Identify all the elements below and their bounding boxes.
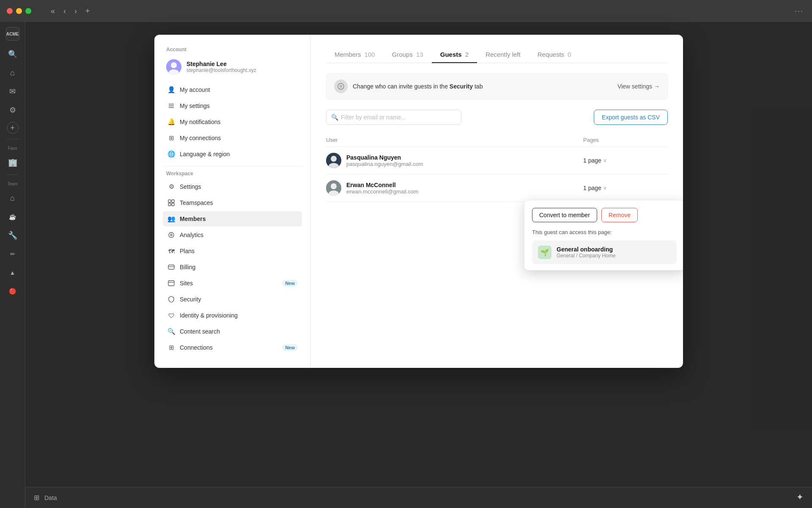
connections-new-badge: New (282, 344, 298, 351)
info-banner-text: Change who can invite guests in the Secu… (353, 83, 483, 90)
sidebar-fire-icon[interactable]: 🔴 (4, 283, 21, 300)
tab-guests-label: Guests (440, 51, 462, 58)
sidebar-item-billing[interactable]: Billing (163, 260, 302, 275)
sidebar-item-members[interactable]: 👥 Members (163, 211, 302, 226)
sidebar-inbox-icon[interactable]: ✉ (4, 83, 21, 100)
col-pages-header: Pages (583, 137, 668, 143)
sidebar-item-teamspaces[interactable]: Teamspaces (163, 195, 302, 210)
sidebar-home3-icon[interactable]: ⌂ (4, 190, 21, 207)
row-user-info: Pasqualina Nguyen pasqualina.nguyen@gmai… (346, 154, 423, 167)
table-header: User Pages (326, 133, 668, 147)
my-connections-label: My connections (180, 135, 298, 141)
content-search-label: Content search (180, 328, 298, 335)
sidebar-workspace-icon[interactable]: 🏢 (4, 154, 21, 171)
sidebar-item-settings[interactable]: ⚙ Settings (163, 179, 302, 194)
sidebar-chart-icon[interactable]: ▲ (4, 264, 21, 281)
info-banner-bold: Security (450, 83, 473, 90)
user-email: stephanie@toolsforthought.xyz (187, 67, 256, 73)
sidebar-search-icon[interactable]: 🔍 (4, 46, 21, 63)
sidebar-item-my-account[interactable]: 👤 My account (163, 82, 302, 97)
view-settings-link[interactable]: View settings → (617, 83, 660, 90)
sparkle-icon: ✦ (796, 492, 804, 502)
plans-label: Plans (180, 248, 298, 254)
sites-new-badge: New (282, 280, 298, 287)
favorites-label: Favo (0, 143, 25, 152)
remove-guest-button[interactable]: Remove (601, 208, 638, 222)
tab-groups[interactable]: Groups 13 (384, 47, 432, 63)
sidebar-add-icon[interactable]: + (7, 122, 19, 134)
export-guests-button[interactable]: Export guests as CSV (594, 110, 668, 125)
chevron-down-icon[interactable]: ∨ (603, 157, 607, 163)
language-region-icon: 🌐 (167, 150, 176, 158)
tab-requests-label: Requests (538, 51, 564, 58)
user-profile-header: Stephanie Lee stephanie@toolsforthought.… (163, 55, 302, 79)
row-user-email: pasqualina.nguyen@gmail.com (346, 161, 423, 167)
back-button[interactable]: ‹ (61, 6, 69, 17)
row-user-name: Erwan McConnell (346, 182, 418, 188)
row-pages-count: 1 page (583, 157, 601, 164)
maximize-button[interactable] (25, 8, 31, 14)
sidebar-item-connections[interactable]: ⊞ Connections New (163, 340, 302, 355)
sidebar-pencil-icon[interactable]: ✏ (4, 246, 21, 262)
data-label: Data (44, 494, 57, 501)
avatar (326, 153, 341, 168)
sites-icon (167, 279, 176, 287)
sidebar-item-analytics[interactable]: Analytics (163, 227, 302, 243)
collapse-sidebar-button[interactable]: « (48, 6, 58, 17)
sidebar-divider (163, 166, 302, 166)
sidebar-item-identity-provisioning[interactable]: 🛡 Identity & provisioning (163, 308, 302, 323)
popup-page-path: General / Company Home (557, 253, 615, 259)
sites-label: Sites (180, 280, 278, 287)
search-icon: 🔍 (331, 114, 338, 121)
sidebar-settings-icon[interactable]: ⚙ (4, 102, 21, 119)
sidebar-home-icon[interactable]: ⌂ (4, 64, 21, 81)
teamspaces-icon (167, 199, 176, 207)
account-section-label: Account (163, 47, 302, 52)
workspace-logo[interactable]: ACME (6, 27, 19, 41)
popup-page-name: General onboarding (557, 246, 615, 253)
sidebar-item-my-settings[interactable]: My settings (163, 98, 302, 113)
svg-point-23 (331, 183, 337, 189)
security-label: Security (180, 296, 298, 303)
analytics-label: Analytics (180, 232, 298, 238)
sidebar-item-content-search[interactable]: 🔍 Content search (163, 324, 302, 339)
minimize-button[interactable] (16, 8, 22, 14)
tab-requests[interactable]: Requests 0 (529, 47, 580, 63)
tab-recently-left[interactable]: Recently left (477, 47, 529, 63)
filter-input[interactable] (326, 110, 461, 125)
svg-rect-9 (168, 203, 171, 206)
popup-description: This guest can access this page: (532, 229, 677, 235)
table-row: Pasqualina Nguyen pasqualina.nguyen@gmai… (326, 147, 668, 174)
modal-main-content: Members 100 Groups 13 Guests 2 Recentl (311, 35, 683, 368)
chevron-down-icon[interactable]: ∨ (603, 185, 607, 191)
svg-point-12 (170, 234, 172, 236)
sidebar-item-my-connections[interactable]: ⊞ My connections (163, 130, 302, 146)
popup-actions: Convert to member Remove (532, 208, 677, 222)
close-button[interactable] (7, 8, 13, 14)
app-layout: ACME 🔍 ⌂ ✉ ⚙ + Favo 🏢 Team ⌂ ☕ 🔧 ✏ ▲ 🔴 A… (0, 22, 812, 508)
convert-to-member-button[interactable]: Convert to member (532, 208, 597, 222)
new-tab-button[interactable]: + (83, 6, 93, 17)
more-options-icon[interactable]: ··· (795, 7, 804, 16)
sidebar-item-my-notifications[interactable]: 🔔 My notifications (163, 114, 302, 130)
sidebar-item-language-region[interactable]: 🌐 Language & region (163, 146, 302, 162)
forward-button[interactable]: › (72, 6, 80, 17)
identity-provisioning-icon: 🛡 (167, 311, 176, 320)
tab-guests-count: 2 (465, 51, 469, 58)
tab-groups-label: Groups (392, 51, 413, 58)
popup-page-info: General onboarding General / Company Hom… (557, 246, 615, 259)
tab-guests[interactable]: Guests 2 (432, 47, 477, 63)
sidebar-item-plans[interactable]: 🗺 Plans (163, 243, 302, 259)
sidebar-item-sites[interactable]: Sites New (163, 276, 302, 291)
my-notifications-icon: 🔔 (167, 118, 176, 126)
workspace-section-label: Workspace (163, 171, 302, 177)
tab-members[interactable]: Members 100 (326, 47, 384, 63)
sidebar-coffee-icon[interactable]: ☕ (4, 208, 21, 225)
sidebar-item-security[interactable]: Security (163, 292, 302, 307)
traffic-lights (7, 8, 31, 14)
billing-icon (167, 263, 176, 271)
filter-row: 🔍 Export guests as CSV (326, 110, 668, 125)
modal-sidebar: Account Stephanie Lee stephan (154, 35, 311, 368)
tabs-row: Members 100 Groups 13 Guests 2 Recentl (326, 47, 668, 63)
sidebar-tool-icon[interactable]: 🔧 (4, 227, 21, 244)
